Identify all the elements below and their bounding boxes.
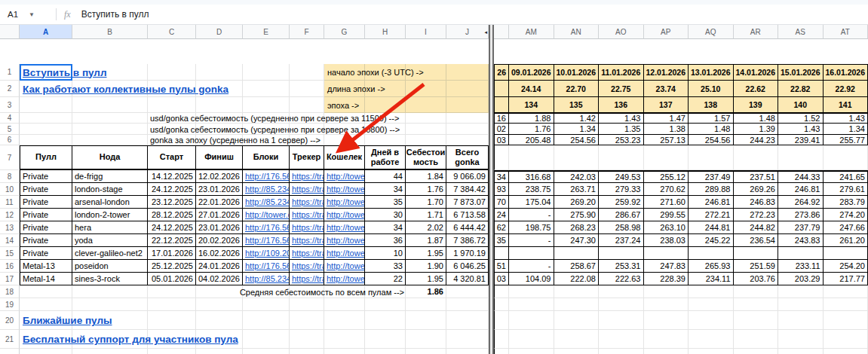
row-header-10[interactable]: 10 (0, 183, 20, 196)
cell-AQ20[interactable] (689, 311, 734, 330)
row-header-11[interactable]: 11 (0, 196, 20, 209)
cell-AS14[interactable]: 243.83 (778, 234, 824, 247)
cell-AR2[interactable]: 22.62 (734, 81, 779, 97)
cell-AQ8[interactable]: 237.49 (689, 170, 734, 183)
cell-F13[interactable]: https://tra (290, 221, 324, 234)
cell-J10[interactable]: 7 384.42 (446, 183, 489, 196)
cell-I4[interactable] (406, 113, 446, 124)
cell-C15[interactable]: 17.01.2026 (148, 247, 196, 260)
cell-AR12[interactable]: 272.23 (734, 209, 779, 221)
cell-A19[interactable] (20, 298, 72, 311)
cell-AP22[interactable] (644, 349, 689, 354)
col-header-AQ[interactable]: AQ (689, 25, 734, 39)
cell-AO11[interactable]: 259.92 (599, 196, 644, 209)
cell-D12[interactable]: 27.01.2026 (196, 209, 243, 221)
link-free-support[interactable]: Бесплатный суппорт для участников пула (23, 330, 238, 349)
cell-H8[interactable]: 44 (365, 170, 406, 183)
cell-G20[interactable] (324, 311, 365, 330)
cell-C20[interactable] (148, 311, 196, 330)
cell-AO3[interactable]: 136 (599, 97, 644, 113)
cell-B6[interactable] (72, 135, 148, 145)
cell-E15[interactable]: http://109.20 (243, 247, 290, 260)
cell-AP15[interactable] (644, 247, 689, 260)
cell-G17[interactable]: http://towe (324, 273, 365, 285)
cell-AR15[interactable] (734, 247, 779, 260)
cell-C14[interactable]: 22.12.2025 (148, 234, 196, 247)
cell-AS2[interactable]: 22.82 (778, 81, 824, 97)
cell-E19[interactable] (243, 298, 290, 311)
cell-AP2[interactable]: 23.74 (644, 81, 689, 97)
label-epoch-length[interactable]: длина эпохи -> (327, 81, 385, 97)
cell-J19[interactable] (446, 298, 489, 311)
cell-AL12[interactable]: 24 (494, 209, 509, 221)
col-header-AM[interactable]: AM (509, 25, 554, 39)
cell-AN11[interactable]: 269.20 (554, 196, 600, 209)
hidden-columns-icon[interactable]: ◂ (484, 29, 487, 35)
cell-AL1[interactable]: 26 (494, 64, 509, 81)
cell-B8[interactable]: de-frigg (72, 170, 148, 183)
cell-AT18[interactable] (824, 285, 868, 298)
cell-A18[interactable] (20, 285, 72, 298)
cell-AL2[interactable] (494, 81, 509, 97)
cell-I5[interactable] (406, 124, 446, 135)
cell-J17[interactable]: 4 320.81 (446, 273, 489, 285)
cell-AR13[interactable]: 244.82 (734, 221, 779, 234)
cell-E3[interactable] (243, 97, 290, 113)
cell-B14[interactable]: yoda (72, 234, 148, 247)
cell-AQ14[interactable]: 245.22 (689, 234, 734, 247)
cell-D8[interactable]: 12.02.2026 (196, 170, 243, 183)
cell-C13[interactable]: 24.12.2025 (148, 221, 196, 234)
cell-B3[interactable] (72, 97, 148, 113)
cell-G14[interactable]: http://towe (324, 234, 365, 247)
row-header-6[interactable]: 6 (0, 135, 20, 145)
cell-I20[interactable] (406, 311, 446, 330)
row-header-16[interactable]: 16 (0, 260, 20, 273)
cell-AN8[interactable]: 242.03 (554, 170, 600, 183)
select-all-corner[interactable] (0, 25, 20, 39)
cell-AO22[interactable] (599, 349, 644, 354)
cell-AT1[interactable]: 16.01.2026 (824, 64, 868, 81)
cell-AN12[interactable]: 275.90 (554, 209, 600, 221)
cell-I11[interactable]: 1.70 (406, 196, 446, 209)
cell-AN19[interactable] (554, 298, 600, 311)
chevron-down-icon[interactable]: ▼ (29, 11, 35, 18)
cell-AT8[interactable]: 241.65 (824, 170, 868, 183)
cell-AO2[interactable]: 22.75 (599, 81, 644, 97)
cell-AS10[interactable]: 246.81 (778, 183, 824, 196)
cell-AR8[interactable]: 237.51 (734, 170, 779, 183)
cell-AR3[interactable]: 139 (734, 97, 779, 113)
cell-AS20[interactable] (778, 311, 824, 330)
cell-G6[interactable] (324, 135, 365, 145)
cell-AR11[interactable]: 246.83 (734, 196, 779, 209)
cell-AP16[interactable]: 247.83 (644, 260, 689, 273)
cell-J2[interactable] (446, 81, 489, 97)
cell-A14[interactable]: Private (20, 234, 72, 247)
col-header-I[interactable]: I (406, 25, 446, 39)
cell-I8[interactable]: 1.84 (406, 170, 446, 183)
cell-AN10[interactable]: 263.71 (554, 183, 600, 196)
cell-C22[interactable] (148, 349, 196, 354)
cell-AT12[interactable]: 274.20 (824, 209, 868, 221)
col-header-AO[interactable]: AO (599, 25, 644, 39)
cell-AT6[interactable]: 255.77 (824, 135, 868, 145)
cell-AR14[interactable]: 236.54 (734, 234, 779, 247)
cell-B5[interactable] (72, 124, 148, 135)
cell-B12[interactable]: london-2-tower (72, 209, 148, 221)
cell-AL8[interactable]: 34 (494, 170, 509, 183)
cell-AL11[interactable]: 70 (494, 196, 509, 209)
cell-AM10[interactable]: 238.75 (509, 183, 554, 196)
cell-C19[interactable] (148, 298, 196, 311)
cell-AM2[interactable]: 24.14 (509, 81, 554, 97)
cell-J18[interactable] (446, 285, 489, 298)
cell-A7[interactable]: Пулл (20, 145, 72, 170)
col-header-D[interactable]: D (196, 25, 243, 39)
cell-D13[interactable]: 23.01.2026 (196, 221, 243, 234)
cell-AN13[interactable]: 268.23 (554, 221, 600, 234)
cell-AL21[interactable] (494, 330, 509, 349)
cell-H22[interactable] (365, 349, 406, 354)
row-header-3[interactable]: 3 (0, 97, 20, 113)
cell-AL13[interactable]: 62 (494, 221, 509, 234)
cell-AQ3[interactable]: 138 (689, 97, 734, 113)
cell-AT13[interactable]: 247.66 (824, 221, 868, 234)
cell-J22[interactable] (446, 349, 489, 354)
